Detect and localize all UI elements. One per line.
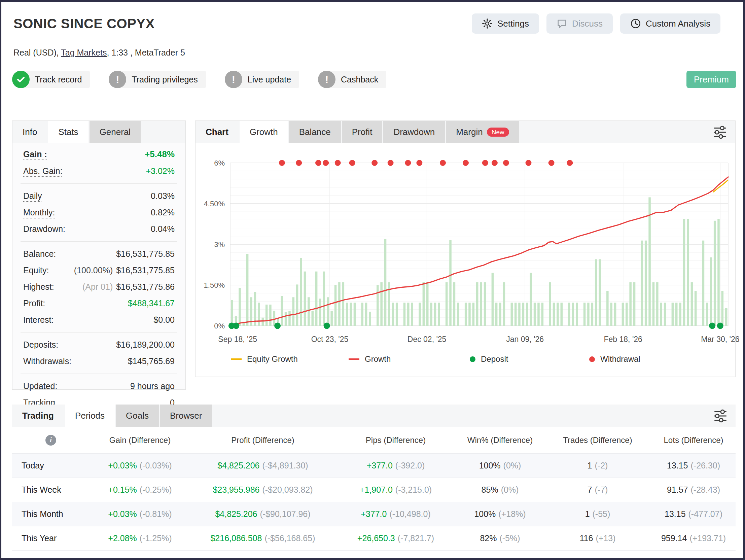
badge-trading-privileges[interactable]: ! Trading privileges	[109, 71, 205, 88]
badge-cashback[interactable]: ! Cashback	[318, 71, 386, 88]
tab-growth[interactable]: Growth	[239, 121, 288, 143]
stat-label[interactable]: Daily	[23, 191, 42, 201]
legend-label: Equity Growth	[247, 354, 298, 364]
column-header-win: Win% (Difference)	[456, 435, 544, 445]
row-label: Today	[12, 461, 90, 470]
gain-cell: +0.15%(-0.25%)	[90, 485, 190, 495]
svg-text:3%: 3%	[214, 240, 225, 249]
gain-cell: +0.03%(-0.03%)	[90, 461, 190, 470]
stat-row-drawdown: Drawdown:0.04%	[21, 221, 177, 237]
tab-periods[interactable]: Periods	[65, 405, 115, 427]
lots-cell: 13.15(-26.30)	[651, 461, 736, 470]
stat-value: +5.48%	[145, 149, 175, 159]
svg-text:6%: 6%	[214, 159, 225, 167]
settings-button[interactable]: Settings	[472, 13, 539, 34]
svg-text:Dec 02, '25: Dec 02, '25	[408, 335, 447, 344]
stat-row-gain: Gain :+5.48%	[21, 146, 177, 163]
tab-goals[interactable]: Goals	[116, 405, 159, 427]
svg-text:Feb 18, '26: Feb 18, '26	[604, 335, 642, 344]
stat-label: Profit:	[23, 299, 45, 308]
periods-filter-icon[interactable]	[713, 409, 728, 423]
exclamation-icon: !	[225, 71, 242, 88]
row-label: This Month	[12, 509, 90, 519]
equity-growth-swatch	[231, 359, 241, 360]
stat-value: (100.00%)$16,531,775.85	[74, 266, 175, 275]
trades-cell: 116(+13)	[544, 533, 651, 543]
stat-row-highest: Highest:(Apr 01)$16,531,775.86	[21, 279, 177, 295]
tab-browser[interactable]: Browser	[160, 405, 212, 427]
highest-value: $16,531,775.86	[116, 282, 175, 291]
withdrawal-swatch	[589, 356, 595, 362]
periods-tabs: Trading Periods Goals Browser	[12, 405, 736, 427]
discuss-button-label: Discuss	[572, 19, 603, 29]
info-icon[interactable]: i	[45, 435, 56, 445]
stat-label: Interest:	[23, 315, 54, 325]
exclamation-icon: !	[109, 71, 126, 88]
equity-value: $16,531,775.85	[116, 266, 175, 275]
divider	[21, 332, 177, 333]
status-badges: Track record ! Trading privileges ! Live…	[12, 71, 386, 88]
column-header-gain: Gain (Difference)	[90, 435, 190, 445]
tab-margin[interactable]: MarginNew	[446, 121, 519, 143]
column-header-profit: Profit (Difference)	[190, 435, 335, 445]
legend-growth[interactable]: Growth	[349, 354, 391, 364]
tab-balance[interactable]: Balance	[289, 121, 341, 143]
stat-value: (Apr 01)$16,531,775.86	[83, 282, 175, 292]
trades-cell: 7(-7)	[544, 485, 651, 495]
settings-button-label: Settings	[497, 19, 529, 29]
chart-panel: Chart Growth Balance Profit Drawdown Mar…	[195, 121, 736, 377]
badge-label: Live update	[233, 71, 299, 88]
stat-label: Withdrawals:	[23, 356, 71, 366]
account-type: Real (USD),	[13, 48, 61, 57]
stat-value: $488,341.67	[128, 299, 175, 308]
stat-row-daily: Daily0.03%	[21, 188, 177, 204]
win-cell: 85%(0%)	[456, 485, 544, 495]
stat-label: Drawdown:	[23, 224, 65, 234]
stat-value: $145,765.69	[128, 356, 175, 366]
speech-bubble-icon	[557, 18, 567, 29]
growth-chart[interactable]: 0%1.50%3%4.50%6%Sep 18, '25Oct 23, '25De…	[195, 143, 736, 352]
win-cell: 100%(0%)	[456, 461, 544, 470]
chart-filter-icon[interactable]	[712, 125, 728, 139]
badge-live-update[interactable]: ! Live update	[225, 71, 299, 88]
column-header-pips: Pips (Difference)	[335, 435, 456, 445]
stat-label: Balance:	[23, 249, 56, 259]
tab-drawdown[interactable]: Drawdown	[383, 121, 445, 143]
tab-info[interactable]: Info	[12, 121, 47, 143]
svg-text:Mar 30, '26: Mar 30, '26	[701, 335, 739, 344]
legend-label: Deposit	[481, 354, 508, 364]
broker-link[interactable]: Tag Markets	[61, 48, 107, 57]
table-row-today: Today +0.03%(-0.03%) $4,825.206(-$4,891.…	[12, 454, 736, 478]
legend-withdrawal[interactable]: Withdrawal	[589, 354, 640, 364]
stat-label[interactable]: Gain :	[23, 149, 47, 159]
account-leverage-platform: , 1:33 , MetaTrader 5	[107, 48, 185, 57]
column-header-lots: Lots (Difference)	[651, 435, 736, 445]
stat-row-updated: Updated:9 hours ago	[21, 378, 177, 395]
new-badge: New	[487, 128, 509, 137]
discuss-button[interactable]: Discuss	[547, 13, 613, 34]
tab-general[interactable]: General	[90, 121, 141, 143]
badge-track-record[interactable]: Track record	[12, 71, 90, 88]
highest-date: (Apr 01)	[83, 282, 113, 291]
legend-equity-growth[interactable]: Equity Growth	[231, 354, 298, 364]
trades-cell: 1(-2)	[544, 461, 651, 470]
svg-text:Jan 09, '26: Jan 09, '26	[506, 335, 544, 344]
tab-trading[interactable]: Trading	[12, 405, 64, 427]
tab-profit[interactable]: Profit	[342, 121, 383, 143]
chart-bars	[231, 197, 727, 326]
tab-stats[interactable]: Stats	[48, 121, 88, 143]
legend-deposit[interactable]: Deposit	[470, 354, 508, 364]
svg-text:Sep 18, '25: Sep 18, '25	[218, 335, 257, 344]
stat-label[interactable]: Abs. Gain:	[23, 166, 63, 176]
legend-label: Growth	[365, 354, 391, 364]
custom-analysis-button[interactable]: Custom Analysis	[620, 13, 720, 34]
tab-chart[interactable]: Chart	[195, 121, 238, 143]
growth-swatch	[349, 359, 359, 360]
stat-label[interactable]: Monthly:	[23, 208, 55, 217]
stat-value: $16,189,200.00	[116, 340, 175, 350]
stat-label: Deposits:	[23, 340, 58, 350]
profit-cell: $4,825.206(-$4,891.30)	[190, 461, 335, 470]
equity-growth-line	[713, 180, 728, 192]
window-border-left	[0, 0, 1, 560]
premium-button[interactable]: Premium	[686, 71, 736, 88]
